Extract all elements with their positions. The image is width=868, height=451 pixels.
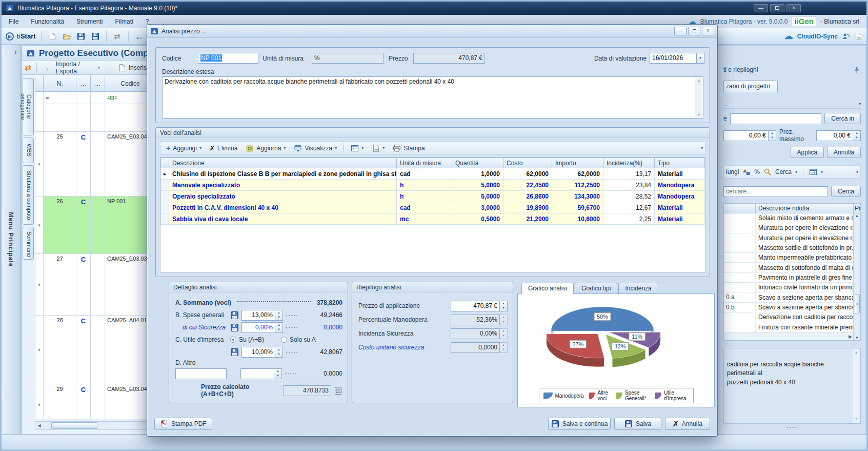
header-n[interactable]: N.: [44, 75, 76, 92]
aggiungi-button[interactable]: + Aggiungi ▾: [163, 142, 205, 154]
tab-prezzario-di-progetto[interactable]: zario di progetto: [723, 80, 778, 92]
page-sync-icon[interactable]: [854, 32, 862, 41]
grid-layout-button[interactable]: ▾: [347, 142, 367, 154]
voce-row-selected[interactable]: ▸ Chiusino di ispezione Classe B B per m…: [161, 168, 705, 180]
prezzo-minimo-stepper[interactable]: 0,00 € ▲▼: [723, 130, 776, 141]
list-item[interactable]: 0.aScavo a sezione aperta per sbanca...: [724, 292, 853, 302]
percent-button[interactable]: %: [754, 168, 760, 175]
list-vertical-scrollbar[interactable]: ▲ ≡ ▼: [853, 213, 860, 340]
list-item[interactable]: Solaio misto di cemento armato e la...: [724, 213, 853, 223]
prezzo-applicazione-stepper[interactable]: 470,87 € ▲▼: [451, 301, 508, 311]
calculator-icon[interactable]: [334, 386, 342, 395]
cerca-in-button[interactable]: Cerca in: [824, 113, 861, 124]
close-button[interactable]: ×: [786, 4, 801, 12]
chevron-down-icon[interactable]: ▾: [859, 102, 861, 106]
columns-button[interactable]: ▾: [368, 142, 388, 154]
header-dots1[interactable]: ...: [76, 75, 91, 92]
code-column-header[interactable]: [724, 204, 756, 213]
back-button[interactable]: ←: [134, 31, 145, 42]
user-sync-icon[interactable]: [842, 32, 850, 41]
utile-impresa-stepper[interactable]: 10,00% ▲▼: [241, 347, 283, 358]
altro-text-field[interactable]: [175, 368, 227, 379]
menu-filmati[interactable]: Filmati: [115, 18, 133, 25]
search-in-input[interactable]: [730, 113, 822, 124]
row-chevron-icon[interactable]: ▾: [35, 197, 44, 254]
pr-column-header[interactable]: Pr: [853, 204, 860, 213]
unita-misura-field[interactable]: %: [312, 53, 383, 64]
scrollbar-thumb[interactable]: ≡: [855, 294, 860, 313]
scroll-up-icon[interactable]: ▲: [853, 213, 861, 218]
aggiungi-cut-label[interactable]: iungi: [726, 168, 739, 175]
tab-grafico-tipi[interactable]: Grafico tipi: [575, 283, 617, 294]
list-item[interactable]: Pavimento in piastrelle di gres fine ...: [724, 273, 853, 283]
annulla-button[interactable]: ✗ Annulla: [665, 418, 710, 430]
shapes-icon[interactable]: [742, 168, 751, 176]
tab-grafico-analisi[interactable]: Grafico analisi: [521, 283, 574, 294]
table-row[interactable]: ▾ 29 C CAM25_E03.040.010.A: [35, 384, 156, 419]
col-importo[interactable]: Importo: [552, 158, 603, 168]
cloudio-sync-label[interactable]: CloudIO-Sync: [797, 33, 838, 40]
search-input[interactable]: [723, 186, 828, 197]
header-dots2[interactable]: ...: [91, 75, 105, 92]
data-valutazione-combo[interactable]: 16/01/2026 ▾: [650, 53, 704, 64]
list-item[interactable]: Massetto sottile di sottofondo in pr...: [724, 243, 853, 253]
list-item[interactable]: Intonaco civile formato da un primo...: [724, 283, 853, 292]
list-item[interactable]: Massetto di sottofondo di malta di c...: [724, 263, 853, 272]
applica-button[interactable]: Applica: [791, 147, 824, 158]
chevron-down-icon[interactable]: ▾: [856, 170, 858, 174]
prezzo-massimo-stepper[interactable]: 0,00 € ▲▼: [816, 130, 861, 141]
voce-row[interactable]: Manovale specializzatoh 5,000022,4500 11…: [161, 180, 705, 191]
stampa-pdf-button[interactable]: Stampa PDF: [154, 418, 212, 430]
table-row[interactable]: ▾ 27 C CAM25_E03.030.010.B: [35, 254, 156, 316]
spese-generali-pct[interactable]: 13,00%: [241, 310, 275, 321]
dialog-minimize-button[interactable]: —: [674, 27, 687, 35]
voce-row[interactable]: Pozzetti in C.A.V. dimensioni 40 x 40cad…: [161, 202, 705, 213]
toolbar-overflow-icon[interactable]: ▾: [701, 146, 703, 150]
list-item[interactable]: Derivazione con caditoia per raccolt...: [724, 312, 853, 322]
save-button[interactable]: [75, 31, 87, 42]
menu-file[interactable]: File: [9, 18, 18, 25]
voce-row[interactable]: Operaio specializzatoh 5,000026,8600 134…: [161, 191, 705, 202]
col-incidenza[interactable]: Incidenza(%): [603, 158, 655, 168]
radio-solo-su-a[interactable]: [281, 337, 287, 343]
tab-wbs[interactable]: WBS: [23, 138, 34, 163]
col-descrizione[interactable]: Descrizione: [169, 158, 397, 168]
utile-impresa-pct[interactable]: 10,00%: [241, 347, 275, 358]
grid-view-icon[interactable]: [809, 168, 817, 176]
altro-pct[interactable]: [240, 368, 274, 379]
save-all-button[interactable]: [90, 31, 101, 42]
tab-sommario[interactable]: Sommario: [23, 227, 34, 260]
save-default-icon[interactable]: [230, 323, 239, 332]
dialog-titlebar[interactable]: Analisi prezzo ... — ×: [147, 25, 717, 38]
preview-scrollbar[interactable]: ▲▼: [853, 349, 860, 423]
scroll-down-icon[interactable]: ▼: [853, 336, 861, 340]
list-item[interactable]: 0.bScavo a sezione aperta per sbanca...: [724, 303, 853, 312]
filter-collapse-label[interactable]: ...: [723, 101, 729, 108]
list-item[interactable]: Muratura per opere in elevazione r...: [724, 223, 853, 233]
col-quantita[interactable]: Quantità: [452, 158, 503, 168]
row-chevron-icon[interactable]: ▾: [35, 254, 44, 316]
codice-field[interactable]: NP 001: [198, 53, 258, 64]
table-row[interactable]: ▾ 28 C CAM25_A04.010.002.E: [35, 316, 156, 384]
data-valutazione-value[interactable]: 16/01/2026: [650, 53, 697, 64]
new-document-button[interactable]: [47, 31, 58, 42]
sync-settings-icon[interactable]: ⇄: [112, 31, 123, 42]
radio-su-a-piu-b[interactable]: [230, 337, 236, 343]
prezzo-massimo-value[interactable]: 0,00 €: [816, 130, 853, 141]
voce-row[interactable]: Sabbia viva di cava localemc 0,500021,20…: [161, 213, 705, 225]
sicurezza-pct[interactable]: 0,00%: [241, 322, 275, 333]
tab-struttura-a-computo[interactable]: Struttura a computo: [23, 165, 34, 225]
save-default-icon[interactable]: [230, 311, 239, 320]
expand-right-icon[interactable]: ▶: [849, 334, 852, 339]
sicurezza-stepper[interactable]: 0,00% ▲▼: [241, 322, 283, 333]
table-row[interactable]: ▾ 25 C CAM25_E03.040.010.A: [35, 132, 156, 197]
list-item[interactable]: Muratura per opere in elevazione r...: [724, 233, 853, 243]
menu-funzionalita[interactable]: Funzionalità: [31, 18, 64, 25]
aggiorna-button[interactable]: Aggiorna ▾: [242, 142, 289, 154]
dialog-maximize-button[interactable]: [688, 27, 700, 35]
descrizione-ridotta-header[interactable]: Descrizione ridotta: [756, 205, 853, 212]
col-tipo[interactable]: Tipo: [655, 158, 705, 168]
scrollbar-thumb[interactable]: [51, 422, 97, 429]
menu-strumenti[interactable]: Strumenti: [76, 18, 103, 25]
list-item[interactable]: Finitura con rasante minerale premi...: [724, 322, 853, 332]
